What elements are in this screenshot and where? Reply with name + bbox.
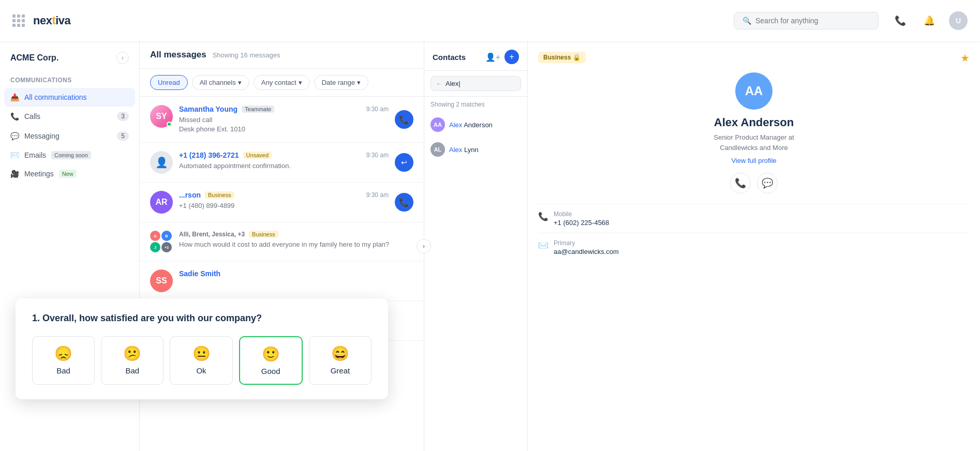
bad2-label: Bad xyxy=(125,366,139,375)
contact-star-icon[interactable]: ★ xyxy=(960,52,970,64)
filter-channels[interactable]: All channels ▾ xyxy=(192,75,249,90)
contact-avatar: AL xyxy=(430,142,445,157)
filter-unread[interactable]: Unread xyxy=(150,75,188,90)
sidebar-item-all-communications[interactable]: 📥 All communications xyxy=(4,88,135,107)
message-item[interactable]: SS Sadie Smith xyxy=(140,261,424,301)
sidebar-item-emails[interactable]: ✉️ Emails Coming soon xyxy=(0,146,139,164)
contact-business-badge: Business 🔒 xyxy=(538,52,586,63)
sidebar-section-label: Communications xyxy=(0,72,139,88)
contact-name-match: Alex xyxy=(449,146,462,154)
expand-panel-btn[interactable]: › xyxy=(417,239,431,253)
message-item[interactable]: 👤 +1 (218) 396-2721 Unsaved 9:30 am Auto… xyxy=(140,143,424,183)
grid-icon xyxy=(12,14,25,27)
topbar: nextiva 🔍 📞 🔔 U xyxy=(0,0,980,41)
contact-detail-title: Senior Product Manager atCandlewicks and… xyxy=(538,132,970,153)
logo-text: nextiva xyxy=(33,14,70,27)
msg-avatar: SY xyxy=(150,105,173,128)
survey-question: 1. Overall, how satisfied are you with o… xyxy=(32,313,372,324)
good-label: Good xyxy=(261,367,280,375)
search-input[interactable] xyxy=(755,17,870,25)
inbox-icon: 📥 xyxy=(10,93,19,101)
msg-tag: Teammate xyxy=(242,106,274,113)
contact-mobile-row: 📞 Mobile +1 (602) 225-4568 xyxy=(538,204,970,233)
call-action-btn[interactable]: 📞 xyxy=(395,110,413,129)
messages-title: All messages xyxy=(150,50,206,60)
msg-time: 9:30 am xyxy=(366,191,389,199)
msg-tag: Unsaved xyxy=(243,152,272,159)
msg-sender: Sadie Smith xyxy=(179,269,220,278)
user-avatar[interactable]: U xyxy=(949,11,968,30)
message-item[interactable]: AR ...rson Business 9:30 am +1 (480) 899… xyxy=(140,183,424,222)
bad1-emoji: 😞 xyxy=(54,345,72,362)
reply-action-btn[interactable]: ↩ xyxy=(395,153,413,172)
phone-icon-btn[interactable]: 📞 xyxy=(891,11,910,30)
msg-sender: +1 (218) 396-2721 xyxy=(179,151,239,159)
company-name: ACME Corp. xyxy=(10,53,58,63)
sidebar-collapse-btn[interactable]: ‹ xyxy=(116,52,129,64)
survey-overlay: 1. Overall, how satisfied are you with o… xyxy=(16,298,388,399)
contact-detail-name: Alex Anderson xyxy=(538,116,970,129)
contact-call-btn[interactable]: 📞 xyxy=(730,173,751,193)
contact-detail-top: Business 🔒 ★ xyxy=(538,52,970,64)
back-arrow-icon[interactable]: ← xyxy=(436,80,442,87)
sidebar-item-meetings[interactable]: 🎥 Meetings New xyxy=(0,164,139,183)
call-action-btn[interactable]: 📞 xyxy=(395,193,413,212)
mini-avatar: A xyxy=(150,231,160,241)
contact-action-btns: 📞 💬 xyxy=(538,173,970,193)
msg-top-row: Alli, Brent, Jessica, +3 Business xyxy=(179,231,413,238)
survey-option-bad2[interactable]: 😕 Bad xyxy=(101,336,164,385)
bell-icon-btn[interactable]: 🔔 xyxy=(920,11,939,30)
contacts-header: Contacts 👤+ + xyxy=(424,41,527,71)
contact-message-btn[interactable]: 💬 xyxy=(757,173,778,193)
survey-option-great[interactable]: 😄 Great xyxy=(309,336,372,385)
msg-sender: Samantha Young xyxy=(179,105,237,113)
sidebar-item-label-calls: Calls xyxy=(24,112,40,121)
add-contact-icon[interactable]: 👤+ xyxy=(485,52,500,62)
survey-option-good[interactable]: 🙂 Good xyxy=(239,336,303,385)
email-icon: ✉️ xyxy=(10,151,19,159)
calls-badge: 3 xyxy=(117,112,129,121)
lock-icon: 🔒 xyxy=(573,54,581,61)
message-item[interactable]: A B J +3 Alli, Brent, Jessica, +3 Busine… xyxy=(140,222,424,261)
filter-date[interactable]: Date range ▾ xyxy=(314,75,368,90)
survey-option-bad1[interactable]: 😞 Bad xyxy=(32,336,95,385)
msg-top-row: Samantha Young Teammate 9:30 am xyxy=(179,105,389,113)
contacts-actions: 👤+ + xyxy=(485,50,519,64)
contact-name: Alex Lynn xyxy=(449,146,479,154)
group-avatars: A B J +3 xyxy=(150,231,173,252)
msg-time: 9:30 am xyxy=(366,152,389,159)
message-item[interactable]: SY Samantha Young Teammate 9:30 am Misse… xyxy=(140,97,424,143)
messages-count: Showing 16 messages xyxy=(213,51,280,59)
msg-avatar: 👤 xyxy=(150,151,173,174)
view-full-profile-link[interactable]: View full profile xyxy=(538,157,970,164)
sidebar-item-label-emails: Emails xyxy=(24,151,46,159)
survey-option-ok[interactable]: 😐 Ok xyxy=(170,336,232,385)
bad2-emoji: 😕 xyxy=(123,345,141,362)
email-label: Primary xyxy=(554,239,619,247)
msg-avatar: AR xyxy=(150,191,173,214)
contact-detail-panel: Business 🔒 ★ AA Alex Anderson Senior Pro… xyxy=(528,41,980,451)
chevron-down-icon: ▾ xyxy=(238,79,242,86)
sidebar-item-calls[interactable]: 📞 Calls 3 xyxy=(0,107,139,126)
contacts-panel: Contacts 👤+ + ← Showing 2 matches AA Ale… xyxy=(424,41,528,451)
mobile-label: Mobile xyxy=(554,211,609,218)
contacts-search-field[interactable] xyxy=(446,80,515,87)
filter-contact[interactable]: Any contact ▾ xyxy=(254,75,310,90)
contact-list-item[interactable]: AL Alex Lynn xyxy=(424,137,527,162)
contact-list-item[interactable]: AA Alex Anderson xyxy=(424,112,527,137)
bad1-label: Bad xyxy=(56,366,70,375)
contact-avatar-large: AA xyxy=(735,72,773,110)
mobile-value: +1 (602) 225-4568 xyxy=(554,219,609,227)
contact-email-info: Primary aa@candlewicks.com xyxy=(554,239,619,255)
sidebar-company: ACME Corp. ‹ xyxy=(0,52,139,72)
video-icon: 🎥 xyxy=(10,170,19,178)
add-contact-btn[interactable]: + xyxy=(504,50,519,64)
msg-tag: Business xyxy=(205,191,234,199)
sidebar-item-messaging[interactable]: 💬 Messaging 5 xyxy=(0,126,139,146)
search-bar[interactable]: 🔍 xyxy=(734,12,879,29)
topbar-icons: 📞 🔔 U xyxy=(891,11,968,30)
meetings-badge: New xyxy=(59,170,77,178)
good-emoji: 🙂 xyxy=(262,345,280,363)
chat-icon: 💬 xyxy=(10,132,19,140)
mobile-icon: 📞 xyxy=(538,212,548,221)
